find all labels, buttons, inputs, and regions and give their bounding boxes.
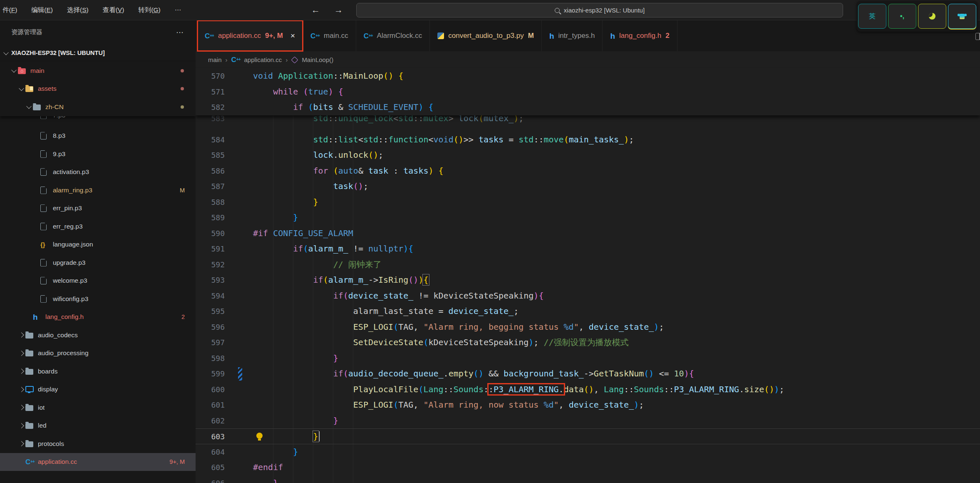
tree-item-upgrade.p3[interactable]: upgrade.p3 bbox=[0, 254, 196, 272]
code-line-570[interactable]: 570void Application::MainLoop() { bbox=[196, 68, 980, 84]
code-line-571[interactable]: 571 while (true) { bbox=[196, 84, 980, 100]
code-line-586[interactable]: 586 for (auto& task : tasks) { bbox=[196, 163, 980, 179]
code-text: for (auto& task : tasks) { bbox=[246, 163, 444, 179]
code-text: } bbox=[246, 413, 338, 429]
tree-item-audio_codecs[interactable]: audio_codecs bbox=[0, 326, 196, 344]
tree-item-lang_config.h[interactable]: hlang_config.h2 bbox=[0, 308, 196, 326]
breadcrumb-item-file[interactable]: application.cc bbox=[244, 56, 282, 63]
explorer-more-actions-icon[interactable]: ⋯ bbox=[176, 28, 184, 37]
code-line-588[interactable]: 588 } bbox=[196, 194, 980, 210]
code-line-606[interactable]: 606 } bbox=[196, 476, 980, 483]
code-line-582[interactable]: 582 if (bits & SCHEDULE_EVENT) { bbox=[196, 100, 980, 115]
tree-item-audio_processing[interactable]: audio_processing bbox=[0, 344, 196, 363]
project-root-item[interactable]: XIAOZHI-ESP32 [WSL: UBUNTU] bbox=[0, 44, 196, 62]
tree-item-wificonfig.p3[interactable]: wificonfig.p3 bbox=[0, 290, 196, 308]
code-token: -> bbox=[584, 368, 594, 378]
tree-item-9.p3[interactable]: 9.p3 bbox=[0, 145, 196, 163]
tree-item-language.json[interactable]: {}language.json bbox=[0, 236, 196, 254]
code-line-584[interactable]: 584 std::list<std::function<void()>> tas… bbox=[196, 132, 980, 148]
tab-AlarmClock.cc[interactable]: C++AlarmClock.cc bbox=[356, 20, 430, 51]
code-line-600[interactable]: 600 PlayLocalFile(Lang::Sounds::P3_ALARM… bbox=[196, 382, 980, 398]
tree-item-main[interactable]: ⌂main bbox=[0, 62, 196, 80]
code-token: ) bbox=[624, 134, 629, 144]
tree-item-display[interactable]: display bbox=[0, 381, 196, 399]
code-line-590[interactable]: 590#if CONFIG_USE_ALARM bbox=[196, 226, 980, 242]
tab-lang_config.h[interactable]: hlang_config.h2 bbox=[603, 20, 677, 51]
tab-convert_audio_to_p3.py[interactable]: convert_audio_to_p3.pyM bbox=[430, 20, 542, 51]
search-input[interactable]: xiaozhi-esp32 [WSL: Ubuntu] bbox=[356, 3, 843, 17]
file-icon bbox=[40, 116, 47, 119]
code-line-596[interactable]: 596 ESP_LOGI(TAG, "Alarm ring, begging s… bbox=[196, 319, 980, 335]
code-line-599[interactable]: 599 if(audio_decode_queue_.empty() && ba… bbox=[196, 366, 980, 382]
ime-language-toggle-icon[interactable]: 英 bbox=[858, 4, 886, 29]
menu-item[interactable]: 转到(G) bbox=[138, 6, 160, 15]
cpp-file-icon: C++ bbox=[310, 32, 320, 40]
line-number: 588 bbox=[196, 194, 237, 210]
tree-item-activation.p3[interactable]: activation.p3 bbox=[0, 163, 196, 182]
code-area[interactable]: 570void Application::MainLoop() {571 whi… bbox=[196, 68, 980, 483]
code-token: " bbox=[574, 322, 579, 332]
tab-main.cc[interactable]: C++main.cc bbox=[303, 20, 356, 51]
tree-item-boards[interactable]: boards bbox=[0, 362, 196, 381]
code-line-589[interactable]: 589 } bbox=[196, 210, 980, 226]
chevron-slot bbox=[25, 105, 33, 109]
tree-item-led[interactable]: led bbox=[0, 417, 196, 435]
menu-item[interactable]: 查看(V) bbox=[103, 6, 124, 15]
code-line-604[interactable]: 604 } bbox=[196, 444, 980, 460]
tab-intr_types.h[interactable]: hintr_types.h bbox=[542, 20, 603, 51]
code-line-583[interactable]: 583 std::unique_lock<std::mutex> lock(mu… bbox=[196, 115, 980, 132]
chevron-slot bbox=[17, 424, 25, 428]
tree-item-zh-CN[interactable]: zh-CN bbox=[0, 98, 196, 116]
tree-item-7.p3[interactable]: 7.p3 bbox=[0, 116, 196, 127]
code-token: . bbox=[333, 150, 338, 160]
line-number: 587 bbox=[196, 179, 237, 194]
code-line-601[interactable]: 601 ESP_LOGI(TAG, "Alarm ring, now statu… bbox=[196, 397, 980, 413]
tree-item-protocols[interactable]: protocols bbox=[0, 435, 196, 453]
code-line-594[interactable]: 594 if(device_state_ != kDeviceStateSpea… bbox=[196, 288, 980, 304]
code-line-592[interactable]: 592 // 闹钟来了 bbox=[196, 257, 980, 273]
menu-item[interactable]: 选择(S) bbox=[67, 6, 89, 15]
ime-fullwidth-moon-icon[interactable] bbox=[918, 4, 946, 29]
menu-item[interactable]: 件(F) bbox=[2, 6, 17, 15]
tree-item-application.cc[interactable]: C++application.cc9+, M bbox=[0, 453, 196, 471]
gutter-marker-slot bbox=[237, 226, 246, 242]
code-token: IsRing bbox=[378, 275, 408, 285]
code-token: { bbox=[439, 166, 444, 176]
code-token: PlayLocalFile bbox=[353, 384, 419, 394]
tree-item-assets[interactable]: assets bbox=[0, 80, 196, 98]
menu-item[interactable]: ⋯ bbox=[175, 6, 181, 14]
line-number: 586 bbox=[196, 163, 237, 179]
code-line-598[interactable]: 598 } bbox=[196, 351, 980, 366]
ime-punctuation-icon[interactable]: •, bbox=[888, 4, 916, 29]
lightbulb-icon[interactable] bbox=[256, 433, 263, 439]
tree-item-welcome.p3[interactable]: welcome.p3 bbox=[0, 272, 196, 290]
tree-item-iot[interactable]: iot bbox=[0, 398, 196, 417]
line-number: 601 bbox=[196, 397, 237, 413]
tree-item-err_reg.p3[interactable]: err_reg.p3 bbox=[0, 217, 196, 236]
code-line-585[interactable]: 585 lock.unlock(); bbox=[196, 147, 980, 163]
back-arrow-icon[interactable]: ← bbox=[311, 5, 320, 15]
forward-arrow-icon[interactable]: → bbox=[334, 5, 343, 15]
split-editor-icon[interactable] bbox=[975, 33, 980, 40]
code-line-603[interactable]: 603 } bbox=[196, 428, 980, 444]
ime-skin-shirt-icon[interactable] bbox=[948, 4, 976, 29]
menu-item[interactable]: 编辑(E) bbox=[31, 6, 53, 15]
code-token: lock bbox=[459, 115, 479, 123]
code-line-597[interactable]: 597 SetDeviceState(kDeviceStateSpeaking)… bbox=[196, 335, 980, 351]
code-line-591[interactable]: 591 if(alarm_m_ != nullptr){ bbox=[196, 241, 980, 257]
code-line-593[interactable]: 593 if(alarm_m_->IsRing()){ bbox=[196, 272, 980, 288]
code-line-605[interactable]: 605#endif bbox=[196, 460, 980, 476]
breadcrumb-item-symbol[interactable]: MainLoop() bbox=[302, 56, 333, 63]
tree-item-label: lang_config.h bbox=[45, 313, 84, 321]
code-line-587[interactable]: 587 task(); bbox=[196, 179, 980, 194]
tree-item-alarm_ring.p3[interactable]: alarm_ring.p3M bbox=[0, 181, 196, 199]
code-line-602[interactable]: 602 } bbox=[196, 413, 980, 429]
breadcrumb-item-main[interactable]: main bbox=[208, 56, 222, 63]
code-token: ( bbox=[303, 244, 308, 254]
tree-item-8.p3[interactable]: 8.p3 bbox=[0, 127, 196, 145]
close-icon[interactable]: × bbox=[290, 31, 295, 40]
code-line-595[interactable]: 595 alarm_last_state = device_state_; bbox=[196, 304, 980, 319]
tree-item-label: upgrade.p3 bbox=[53, 259, 85, 266]
tree-item-err_pin.p3[interactable]: err_pin.p3 bbox=[0, 199, 196, 218]
tab-application.cc[interactable]: C++application.cc9+, M× bbox=[197, 20, 303, 51]
